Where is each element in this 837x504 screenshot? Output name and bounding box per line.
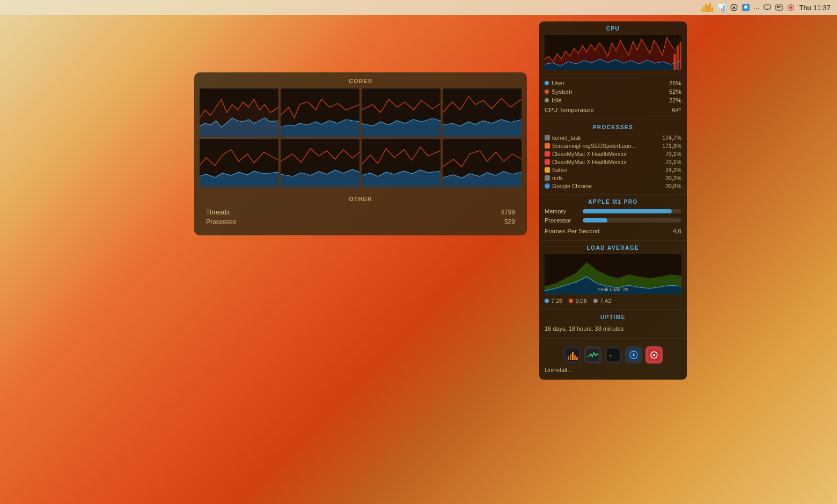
- system-usage-row: System 52%: [545, 87, 681, 96]
- load-average-title: LOAD AVERAGE: [545, 245, 681, 251]
- load-average-graph: Peak Load: 25: [545, 254, 681, 294]
- other-stats: Threads 4799 Processes 529: [202, 206, 519, 228]
- core-chart-3: [362, 88, 440, 137]
- core-chart-4: [443, 88, 522, 137]
- processor-bar-track: [583, 218, 681, 223]
- svg-point-28: [653, 354, 655, 356]
- load-values: 7,26 9,06 7,42: [545, 297, 681, 305]
- process-value-0: 174,7%: [662, 135, 681, 141]
- core-chart-7: [362, 139, 440, 187]
- process-name-text-0: kernel_task: [552, 135, 581, 141]
- air-play-icon[interactable]: [730, 4, 738, 11]
- load-val-1: 9,06: [569, 298, 586, 304]
- user-label: User: [545, 80, 564, 86]
- svg-rect-13: [680, 43, 681, 70]
- process-name-5: mds: [545, 175, 665, 181]
- process-icon-2: [545, 151, 550, 157]
- uptime-section: UPTIME 16 days, 18 hours, 33 minutes: [539, 310, 687, 339]
- process-name-text-2: CleanMyMac X HealthMonitor: [552, 151, 627, 157]
- process-name-0: kernel_task: [545, 135, 662, 141]
- process-value-5: 20,2%: [665, 175, 681, 181]
- processor-bar-fill: [583, 218, 607, 223]
- finder-icon[interactable]: [742, 4, 750, 11]
- focus-icon[interactable]: [787, 4, 795, 11]
- idle-usage-row: Idle 22%: [545, 96, 681, 105]
- process-icon-0: [545, 135, 550, 140]
- user-dot: [545, 81, 549, 85]
- usage-section: User 26% System 52% Idle 22% CPU Tempera…: [539, 75, 687, 120]
- system-label: System: [545, 88, 572, 95]
- app-icon-terminal[interactable]: >_: [605, 346, 622, 364]
- more-options-icon[interactable]: ···: [754, 4, 760, 12]
- core-chart-5: [200, 139, 278, 187]
- process-row-3: CleanMyMac X HealthMonitor 73,1%: [545, 158, 681, 166]
- svg-rect-18: [572, 352, 574, 360]
- threads-row: Threads 4799: [206, 209, 515, 216]
- threads-label: Threads: [206, 209, 230, 216]
- app-icon-istat-pro[interactable]: [645, 346, 663, 364]
- other-section: OTHER Threads 4799 Processes 529: [200, 191, 522, 230]
- process-row-5: mds 20,2%: [545, 174, 681, 182]
- processes-label: Processes: [206, 218, 236, 226]
- svg-rect-12: [677, 46, 679, 70]
- menubar-time: Thu 11:37: [799, 4, 831, 12]
- load-dot-2: [593, 299, 598, 303]
- svg-rect-3: [764, 5, 770, 9]
- fps-row: Frames Per Second 4,6: [545, 226, 681, 236]
- load-val-text-0: 7,26: [551, 298, 562, 304]
- process-name-4: Safari: [545, 167, 665, 173]
- load-dot-1: [569, 299, 573, 303]
- svg-point-2: [744, 5, 747, 9]
- process-value-2: 73,1%: [665, 151, 681, 157]
- temperature-row: CPU Temperature 64°: [545, 105, 681, 115]
- processor-bar-row: Processor: [545, 217, 681, 224]
- processor-label: Processor: [545, 217, 579, 224]
- processes-value: 529: [504, 218, 515, 226]
- idle-dot: [545, 98, 549, 102]
- process-icon-6: [545, 183, 550, 189]
- svg-rect-20: [576, 357, 578, 360]
- uninstall-link[interactable]: Uninstall...: [545, 366, 681, 375]
- menubar: 📊 ···: [0, 0, 837, 15]
- svg-rect-6: [777, 8, 780, 9]
- process-icon-4: [545, 167, 550, 173]
- app-icon-istatmenus[interactable]: [564, 346, 581, 364]
- process-name-text-3: CleanMyMac X HealthMonitor: [552, 159, 627, 165]
- app-icon-cleanmymac[interactable]: [625, 346, 642, 364]
- load-average-section: LOAD AVERAGE Peak Load: 25 7,26 9,06: [539, 241, 687, 310]
- process-name-text-5: mds: [552, 175, 563, 181]
- process-name-1: ScreamingFrogSEOSpiderLaun...: [545, 143, 662, 149]
- bottom-icons: >_: [545, 343, 681, 366]
- apple-m1-pro-section: APPLE M1 PRO Memory Processor Frames Per…: [539, 195, 687, 241]
- app-icon-activity-monitor[interactable]: [584, 346, 601, 364]
- svg-point-8: [790, 6, 792, 9]
- menu-extras-icon[interactable]: [775, 4, 783, 11]
- fps-value: 4,6: [673, 228, 681, 234]
- process-row-0: kernel_task 174,7%: [545, 134, 681, 142]
- svg-rect-10: [673, 54, 676, 70]
- cores-widget: CORES: [194, 72, 527, 235]
- cpu-panel: CPU User 26%: [539, 21, 687, 380]
- istat-menus-icon[interactable]: 📊: [717, 4, 726, 12]
- system-value: 52%: [669, 88, 681, 95]
- load-val-text-2: 7,42: [600, 298, 611, 304]
- cpu-stats-icon[interactable]: [701, 3, 713, 12]
- process-name-6: Google Chrome: [545, 183, 665, 189]
- uptime-title: UPTIME: [545, 314, 681, 320]
- system-dot: [545, 90, 549, 94]
- process-icon-3: [545, 159, 550, 165]
- cpu-graph: [545, 35, 681, 70]
- memory-bar-fill: [583, 209, 672, 213]
- cores-title: CORES: [200, 78, 522, 84]
- svg-text:>_: >_: [609, 353, 615, 358]
- other-title: OTHER: [202, 196, 519, 202]
- process-row-1: ScreamingFrogSEOSpiderLaun... 171,3%: [545, 142, 681, 150]
- peak-load-label: Peak Load: 25: [597, 287, 628, 292]
- fps-label: Frames Per Second: [545, 228, 599, 234]
- process-name-3: CleanMyMac X HealthMonitor: [545, 159, 665, 165]
- user-usage-row: User 26%: [545, 79, 681, 87]
- screen-share-icon[interactable]: [763, 4, 771, 11]
- svg-rect-5: [777, 6, 781, 7]
- process-name-text-4: Safari: [552, 167, 567, 173]
- core-chart-8: [443, 139, 522, 187]
